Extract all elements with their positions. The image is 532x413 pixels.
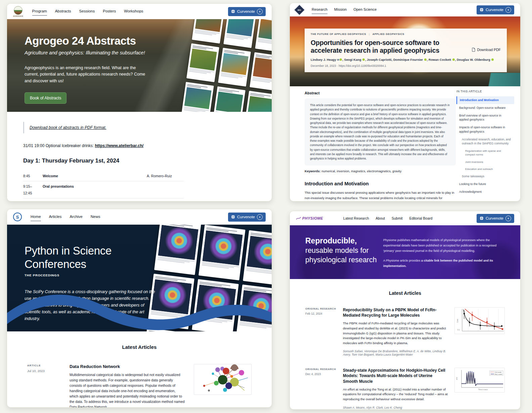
article-meta: ORIGINAL RESEARCH Dec 4, 2023: [305, 368, 336, 409]
physiome-logo[interactable]: PHYSIOME: [296, 216, 323, 220]
paper-thumbnail[interactable]: [154, 225, 201, 275]
toc-item[interactable]: Acknowledgment: [456, 188, 514, 196]
paper-thumbnail[interactable]: [218, 48, 251, 87]
doi-link[interactable]: https://doi.org/10.1190/tle43020084.1: [339, 64, 386, 67]
author[interactable]: Joseph Capriotti: [367, 58, 391, 61]
agrogeo-hero-text: Agrogeo 24 Abstracts Agriculture and geo…: [25, 35, 149, 104]
physiome-hero: Reproducible, reusable models for physio…: [290, 225, 520, 279]
curvenote-logo-icon: [480, 8, 484, 12]
paper-thumbnail[interactable]: [223, 19, 256, 48]
breadcrumb-journal[interactable]: APPLIED GEOPHYSICS: [372, 33, 404, 36]
orcid-icon[interactable]: [340, 58, 342, 61]
book-of-abstracts-button[interactable]: Book of Abstracts: [25, 92, 66, 104]
curvenote-badge[interactable]: Curvenote: [228, 213, 266, 222]
curvenote-logo-icon: [480, 216, 484, 220]
article-figure-thumbnail[interactable]: Full model Red. model Time in secs mV: [454, 368, 505, 393]
toc-item[interactable]: Joint inversions: [456, 158, 514, 166]
article-text: Data Reduction Network Multidimensional …: [70, 364, 185, 408]
nav-articles[interactable]: Articles: [49, 213, 62, 221]
paper-thumbnail[interactable]: [250, 52, 272, 91]
seg-logo[interactable]: SEG: [295, 5, 305, 15]
scipy-latest-section: Latest Articles ARTICLE Jul 10, 2023 Dat…: [7, 331, 272, 408]
session-cell: Non-invasive assessment of root zone pro…: [23, 198, 184, 202]
toc-item[interactable]: Regularization with sparse and compact n…: [456, 147, 514, 158]
abstract-text: This article considers the potential for…: [305, 98, 456, 166]
author[interactable]: Douglas W. Oldenburg: [457, 58, 490, 61]
curvenote-badge[interactable]: Curvenote: [228, 7, 266, 16]
paper-thumbnail[interactable]: [186, 43, 219, 82]
nav-abstracts[interactable]: Abstracts: [55, 7, 71, 16]
nav-submit[interactable]: Submit: [392, 214, 403, 222]
author[interactable]: Rowan Cockett: [429, 58, 451, 61]
article-figure-thumbnail[interactable]: [194, 364, 252, 395]
paper-thumbnail[interactable]: [192, 19, 225, 44]
paper-thumbnail[interactable]: [244, 91, 272, 112]
toc-item[interactable]: Looking to the future: [456, 180, 514, 188]
wave-graphic: [7, 281, 272, 331]
article-list-item: ORIGINAL RESEARCH Dec 4, 2023 Steady-sta…: [290, 368, 520, 409]
article-title-link[interactable]: Steady-state Approximations for Hodgkin-…: [343, 368, 448, 384]
curvenote-badge[interactable]: Curvenote: [477, 5, 514, 14]
nav-sessions[interactable]: Sessions: [79, 7, 95, 16]
article-title-link[interactable]: Data Reduction Network: [70, 364, 185, 369]
toc-item[interactable]: Background: Open-source software: [456, 104, 514, 112]
agrogeo-logo[interactable]: AGROGEO: [13, 6, 24, 17]
article-title-link[interactable]: Reproducibility Study on a PBPK Model of…: [343, 307, 448, 318]
curvenote-logo-icon: [231, 9, 235, 13]
orcid-icon[interactable]: [491, 58, 494, 61]
toc-item[interactable]: Introduction and Motivation: [456, 96, 514, 104]
paper-thumbnail[interactable]: [255, 19, 272, 52]
nav-news[interactable]: News: [91, 213, 100, 221]
nav-posters[interactable]: Posters: [103, 7, 116, 16]
toc-item[interactable]: Impacts of open-source software in appli…: [456, 124, 514, 136]
author[interactable]: Seogi Kang: [344, 58, 361, 61]
table-row: Non-invasive assessment of root zone pro…: [23, 198, 184, 202]
download-pdf-button[interactable]: Download PDF: [472, 48, 501, 52]
nav-workshops[interactable]: Workshops: [124, 7, 143, 16]
nav-archive[interactable]: Archive: [70, 213, 82, 221]
seg-navbar: SEG Research Mission Open Science Curven…: [290, 3, 520, 16]
nav-about[interactable]: About: [376, 214, 385, 222]
abstract-thumbnails-grid: [176, 19, 272, 112]
in-this-article-toc: IN THIS ARTICLE Introduction and Motivat…: [456, 90, 514, 195]
icebreaker-link[interactable]: https://www.atelierbar.ch/: [95, 143, 143, 148]
curvenote-badge[interactable]: Curvenote: [477, 214, 514, 223]
nav-editorial-board[interactable]: Editorial Board: [409, 214, 433, 222]
agrogeo-content: Download book of abstracts in PDF format…: [7, 112, 272, 201]
physiome-swoosh-icon: [296, 216, 301, 220]
svg-text:0.1: 0.1: [457, 329, 460, 331]
table-row: 9:15– 12:45 Oral presentations: [23, 181, 184, 198]
author[interactable]: Dominique Fournier: [393, 58, 423, 61]
nav-home[interactable]: Home: [31, 213, 41, 221]
nav-latest-research[interactable]: Latest Research: [343, 214, 369, 222]
paper-thumbnail[interactable]: [198, 225, 246, 280]
breadcrumb-separator: |: [369, 33, 370, 36]
article-figure-thumbnail[interactable]: Conc 0.1: [454, 307, 505, 334]
toc-item[interactable]: Accelerated research, education, and out…: [456, 136, 514, 148]
nav-program[interactable]: Program: [32, 7, 47, 16]
spike-train-figure: Full model Red. model Time in secs mV: [455, 368, 505, 392]
orcid-icon[interactable]: [362, 58, 365, 61]
nav-mission[interactable]: Mission: [334, 5, 347, 14]
orcid-icon[interactable]: [452, 58, 455, 61]
author[interactable]: Lindsey J. Heagy: [311, 58, 336, 61]
physiome-hero-title: Reproducible, reusable models for physio…: [305, 236, 384, 265]
scipy-nav: Home Articles Archive News: [31, 213, 100, 221]
paper-thumbnail[interactable]: [243, 230, 272, 286]
author-list: Lindsey J. Heagy ✉, Seogi Kang , Joseph …: [311, 58, 501, 61]
nav-research[interactable]: Research: [312, 5, 327, 14]
download-abstracts-link[interactable]: Download book of abstracts in PDF format…: [30, 125, 106, 130]
agrogeo-hero: Agrogeo 24 Abstracts Agriculture and geo…: [7, 19, 272, 112]
paper-thumbnail[interactable]: [181, 82, 214, 112]
toc-item[interactable]: Some takeaways: [456, 173, 514, 180]
toc-item[interactable]: Education and outreach: [456, 166, 514, 173]
curvenote-label: Curvenote: [237, 9, 255, 13]
toc-item[interactable]: Brief overview of open-source in applied…: [456, 112, 514, 124]
scipy-logo[interactable]: S: [13, 213, 22, 221]
agrogeo-description: Agrogeophysics is an emerging research f…: [25, 65, 149, 84]
nav-open-science[interactable]: Open Science: [353, 5, 376, 14]
breadcrumb-issue[interactable]: THE FUTURE OF APPLIED GEOPHYSICS: [311, 33, 366, 36]
schedule-table: 8:45 Welcome A. Romero-Ruiz 9:15– 12:45 …: [23, 171, 184, 201]
orcid-icon[interactable]: [424, 58, 427, 61]
paper-thumbnail[interactable]: [213, 86, 246, 112]
